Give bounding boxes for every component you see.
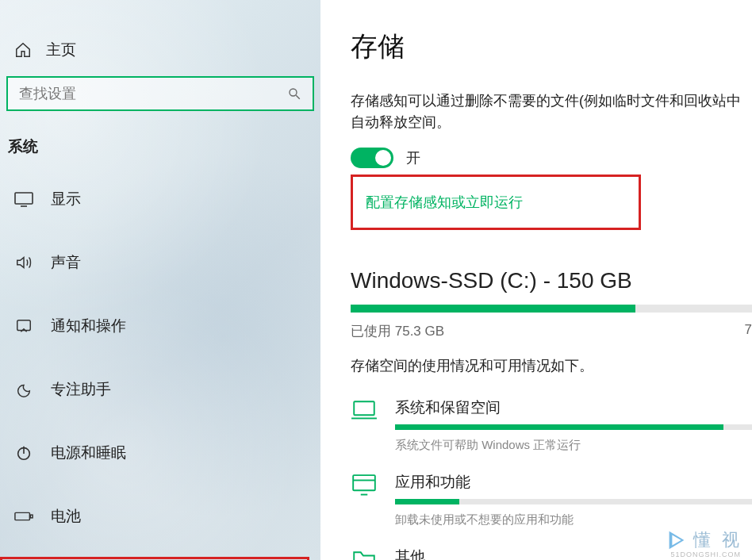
category-bar — [395, 499, 752, 504]
sidebar-item-notifications[interactable]: 通知和操作 — [0, 303, 320, 349]
watermark: 懂 视 — [665, 528, 742, 552]
sidebar: 主页 系统 显示 声音 通知和操作 专注助手 电源和睡眠 电池 存储 — [0, 0, 320, 560]
category-subtitle: 卸载未使用或不想要的应用和功能 — [395, 512, 752, 527]
sidebar-item-power[interactable]: 电源和睡眠 — [0, 430, 320, 476]
sidebar-item-label: 声音 — [51, 252, 81, 273]
storage-sense-toggle-row: 开 — [351, 148, 752, 168]
category-title: 系统和保留空间 — [395, 397, 752, 418]
svg-point-0 — [290, 89, 297, 96]
sidebar-item-label: 电源和睡眠 — [51, 443, 126, 463]
toggle-label: 开 — [406, 148, 420, 167]
drive-usage-bar — [351, 305, 752, 313]
sidebar-item-label: 显示 — [51, 189, 81, 209]
sidebar-section-title: 系统 — [0, 127, 320, 176]
svg-line-1 — [296, 95, 300, 99]
watermark-text: 懂 视 — [693, 528, 742, 552]
watermark-logo-icon — [665, 528, 689, 552]
search-box[interactable] — [6, 76, 314, 111]
apps-icon — [351, 474, 378, 497]
main-content: 存储 存储感知可以通过删除不需要的文件(例如临时文件和回收站中自动释放空间。 开… — [320, 0, 752, 560]
display-icon — [14, 190, 33, 208]
category-title: 应用和功能 — [395, 472, 752, 493]
focus-icon — [14, 381, 33, 398]
sidebar-home[interactable]: 主页 — [0, 33, 320, 76]
drive-title: Windows-SSD (C:) - 150 GB — [351, 268, 752, 293]
drive-right-label: 7 — [745, 322, 752, 340]
category-subtitle: 系统文件可帮助 Windows 正常运行 — [395, 438, 752, 453]
page-title: 存储 — [351, 29, 752, 65]
config-link-highlight-box: 配置存储感知或立即运行 — [351, 175, 641, 230]
category-bar — [395, 424, 752, 430]
sound-icon — [14, 254, 33, 271]
sidebar-item-sound[interactable]: 声音 — [0, 240, 320, 286]
sidebar-item-focus[interactable]: 专注助手 — [0, 366, 320, 412]
svg-rect-13 — [353, 475, 375, 490]
category-system[interactable]: 系统和保留空间 系统文件可帮助 Windows 正常运行 — [351, 397, 752, 453]
sidebar-item-label: 电池 — [51, 506, 81, 527]
svg-rect-8 — [30, 515, 33, 518]
drive-usage-labels: 已使用 75.3 GB 7 — [351, 322, 752, 340]
sidebar-item-display[interactable]: 显示 — [0, 176, 320, 222]
sidebar-item-storage[interactable]: 存储 — [0, 557, 309, 560]
watermark-subtext: 51DONGSHI.COM — [670, 550, 741, 558]
search-input[interactable] — [19, 86, 287, 102]
drive-breakdown-description: 存储空间的使用情况和可用情况如下。 — [351, 356, 752, 375]
svg-rect-2 — [15, 193, 33, 204]
svg-rect-11 — [354, 401, 374, 415]
home-icon — [14, 41, 32, 59]
configure-storage-sense-link[interactable]: 配置存储感知或立即运行 — [366, 194, 523, 210]
category-apps[interactable]: 应用和功能 卸载未使用或不想要的应用和功能 — [351, 472, 752, 527]
sidebar-item-battery[interactable]: 电池 — [0, 493, 320, 539]
storage-sense-description: 存储感知可以通过删除不需要的文件(例如临时文件和回收站中自动释放空间。 — [351, 90, 752, 133]
drive-used-label: 已使用 75.3 GB — [351, 322, 444, 340]
power-icon — [14, 444, 33, 462]
search-icon — [287, 86, 301, 101]
folder-icon — [351, 548, 378, 560]
battery-icon — [14, 508, 33, 525]
laptop-icon — [351, 399, 378, 421]
storage-sense-toggle[interactable] — [351, 148, 393, 168]
notification-icon — [14, 317, 33, 335]
sidebar-item-label: 专注助手 — [51, 379, 111, 400]
home-label: 主页 — [46, 40, 76, 60]
svg-rect-7 — [15, 512, 29, 520]
sidebar-item-label: 通知和操作 — [51, 316, 126, 336]
